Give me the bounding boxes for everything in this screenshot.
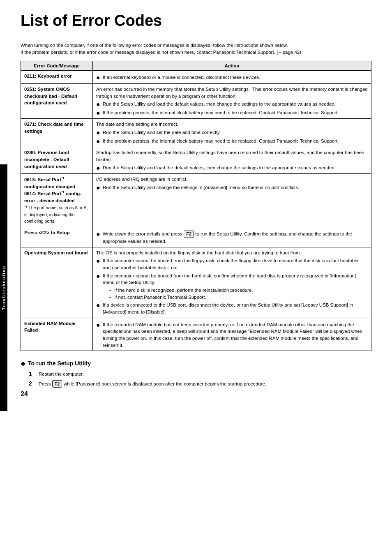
step-number-1: 1	[29, 371, 37, 377]
table-row: 0280: Previous boot incomplete - Default…	[21, 147, 371, 174]
table-header-action: Action	[93, 61, 371, 71]
error-code-ram: Extended RAM Module Failed	[21, 318, 93, 351]
step-number-2: 2	[29, 380, 37, 387]
error-code-boot: 0280: Previous boot incomplete - Default…	[21, 147, 93, 174]
error-code-serial: 0613: Serial Port*1 configuration change…	[21, 174, 93, 227]
bullet-icon: ●	[96, 109, 102, 117]
action-f2: ● Write down the error details and press…	[93, 227, 371, 247]
action-cmos: An error has occurred in the memory that…	[93, 83, 371, 119]
table-row: Extended RAM Module Failed ● If the exte…	[21, 318, 371, 351]
bullet-icon: ●	[96, 138, 102, 145]
setup-bullet-icon: ●	[21, 359, 25, 367]
error-code-datetime: 0271: Check date and time settings	[21, 119, 93, 147]
bullet-icon: ●	[96, 231, 102, 238]
action-keyboard: ● If an external keyboard or a mouse is …	[93, 71, 371, 84]
intro-paragraph: When turning on the computer, if one of …	[21, 42, 371, 56]
setup-title: ● To run the Setup Utility	[21, 359, 371, 367]
f2-key-step2: F2	[52, 380, 62, 388]
bullet-icon: ●	[96, 101, 102, 108]
error-code-os: Operating System not found	[21, 247, 93, 318]
step-text-2: Press F2 while [Panasonic] boot screen i…	[39, 380, 266, 388]
setup-step-1: 1 Restart the computer.	[29, 371, 371, 378]
error-code-cmos: 0251: System CMOS checksum bad - Default…	[21, 83, 93, 119]
action-os: The OS is not properly installed on the …	[93, 247, 371, 318]
error-code-keyboard: 0211: Keyboard error	[21, 71, 93, 84]
setup-step-2: 2 Press F2 while [Panasonic] boot screen…	[29, 380, 371, 388]
table-row: 0251: System CMOS checksum bad - Default…	[21, 83, 371, 119]
bullet-icon: ●	[96, 164, 102, 172]
error-code-f2: Press <F2> to Setup	[21, 227, 93, 247]
table-row: 0271: Check date and time settings The d…	[21, 119, 371, 147]
setup-title-text: To run the Setup Utility	[28, 360, 91, 367]
setup-section: ● To run the Setup Utility 1 Restart the…	[21, 359, 371, 388]
action-serial: I/O address and IRQ settings are in conf…	[93, 174, 371, 227]
action-datetime: The date and time setting are incorrect.…	[93, 119, 371, 147]
table-row: 0211: Keyboard error ● If an external ke…	[21, 71, 371, 84]
sidebar-label: Troubleshooting	[2, 265, 6, 310]
table-row: 0613: Serial Port*1 configuration change…	[21, 174, 371, 227]
bullet-icon: ●	[96, 257, 102, 265]
step-text-1: Restart the computer.	[39, 371, 84, 378]
intro-line2: If the problem persists, or if the error…	[21, 50, 301, 55]
bullet-icon: ●	[96, 321, 102, 329]
table-row: Press <F2> to Setup ● Write down the err…	[21, 227, 371, 247]
table-row: Operating System not found The OS is not…	[21, 247, 371, 318]
page-title: List of Error Codes	[21, 12, 371, 30]
sub-bullet-item: • If not, contact Panasonic Technical Su…	[109, 294, 368, 301]
bullet-icon: ●	[96, 129, 102, 136]
f2-key: F2	[184, 231, 194, 238]
error-table: Error Code/Message Action 0211: Keyboard…	[21, 61, 371, 351]
action-boot: Startup has failed repeatedly, so the Se…	[93, 147, 371, 174]
page-number: 24	[21, 390, 28, 398]
intro-line1: When turning on the computer, if one of …	[21, 43, 288, 48]
action-ram: ● If the extended RAM module has not bee…	[93, 318, 371, 351]
bullet-icon: ●	[96, 184, 102, 192]
bullet-icon: ●	[96, 302, 102, 309]
bullet-icon: ●	[96, 272, 102, 280]
sub-bullet-item: • If the hard disk is recognized, perfor…	[109, 287, 368, 294]
table-header-code: Error Code/Message	[21, 61, 93, 71]
bullet-icon: ●	[96, 74, 102, 81]
sidebar: Troubleshooting	[0, 164, 7, 411]
